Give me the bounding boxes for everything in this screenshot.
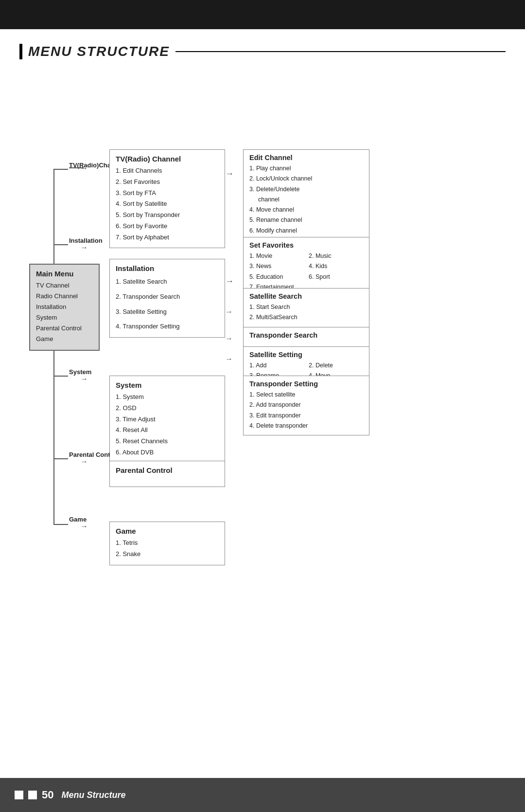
transponder-setting-box: Transponder Setting 1. Select satellite … (243, 376, 369, 435)
install-item-3: 3. Satellite Setting (116, 307, 219, 318)
set-favorites-title: Set Favorites (249, 241, 363, 249)
tv-channel-subbox: TV(Radio) Channel 1. Edit Channels 2. Se… (109, 149, 225, 248)
fav-news: 3. News (249, 261, 304, 271)
ec-item-2: 2. Lock/Unlock channel (249, 174, 363, 184)
game-title: Game (116, 527, 219, 535)
ss-item-2: 2. MultiSatSearch (249, 312, 363, 323)
ec-item-3: 3. Delete/Undelete (249, 184, 363, 195)
sys-item-2: 2. OSD (116, 403, 219, 414)
fav-sport: 6. Sport (309, 272, 363, 282)
page-content: MENU STRUCTURE TV(Radio)Channel → Main M… (0, 29, 525, 697)
ec-item-1: 1. Play channel (249, 163, 363, 174)
transponder-search-title: Transponder Search (249, 331, 363, 339)
main-menu-title: Main Menu (36, 270, 93, 278)
install-item-4: 4. Transponder Setting (116, 321, 219, 332)
main-menu-item-parental: Parental Control (36, 323, 93, 334)
arrow-sat-setting: → (225, 334, 233, 343)
satellite-setting-title: Satellite Setting (249, 351, 363, 359)
arrowhead-game: → (80, 522, 88, 531)
page-label: Menu Structure (61, 790, 125, 800)
bottom-bar: 50 Menu Structure (0, 778, 525, 812)
system-subbox: System 1. System 2. OSD 3. Time Adjust 4… (109, 376, 225, 464)
fav-kids: 4. Kids (309, 261, 363, 271)
main-menu-item-system: System (36, 312, 93, 323)
tv-item-4: 4. Sort by Satellite (116, 198, 219, 210)
arrow-trans-setting: → (225, 355, 233, 363)
ec-item-3b: channel (249, 195, 363, 205)
fav-col1: 1. Movie 3. News 5. Education 7. Enterta… (249, 251, 304, 292)
main-menu-item-game: Game (36, 334, 93, 344)
main-menu-item-tv: TV Channel (36, 280, 93, 291)
sys-item-3: 3. Time Adjust (116, 414, 219, 425)
installation-subbox: Installation 1. Satellite Search 2. Tran… (109, 259, 225, 338)
satellite-search-title: Satellite Search (249, 292, 363, 300)
system-title: System (116, 381, 219, 389)
hline-install (53, 244, 68, 245)
arrowhead-install: → (80, 243, 88, 252)
install-item-1: 1. Satellite Search (116, 276, 219, 288)
main-menu-item-radio: Radio Channel (36, 291, 93, 302)
ec-item-5: 5. Rename channel (249, 215, 363, 225)
ts-item-3: 3. Edit transponder (249, 411, 363, 421)
sat-add: 1. Add (249, 361, 304, 371)
hline-game (53, 524, 68, 525)
sys-item-1: 1. System (116, 392, 219, 403)
fav-education: 5. Education (249, 272, 304, 282)
page-number: 50 (15, 789, 53, 801)
tv-item-5: 5. Sort by Transponder (116, 210, 219, 221)
top-bar (0, 0, 525, 29)
hline-tv (53, 169, 68, 170)
sys-item-4: 4. Reset All (116, 425, 219, 436)
main-menu-box: Main Menu TV Channel Radio Channel Insta… (29, 264, 100, 351)
main-menu-item-install: Installation (36, 302, 93, 312)
page-icon (28, 791, 37, 799)
transponder-setting-title: Transponder Setting (249, 380, 363, 388)
page-title: MENU STRUCTURE (19, 44, 506, 59)
parental-title: Parental Control (116, 466, 219, 474)
ts-item-1: 1. Select satellite (249, 390, 363, 400)
hline-parental (53, 458, 68, 459)
title-text: MENU STRUCTURE (28, 44, 170, 59)
ec-item-6: 6. Modify channel (249, 226, 363, 236)
ec-item-4: 4. Move channel (249, 205, 363, 215)
arrow-sat-search: → (225, 276, 234, 287)
arrow-trans-search: → (225, 307, 233, 316)
ts-item-4: 4. Delete transponder (249, 421, 363, 431)
sys-item-6: 6. About DVB (116, 447, 219, 458)
installation-title: Installation (116, 264, 219, 272)
tv-item-3: 3. Sort by FTA (116, 188, 219, 199)
game-item-2: 2. Snake (116, 549, 219, 560)
sat-delete: 2. Delete (309, 361, 363, 371)
game-item-1: 1. Tetris (116, 538, 219, 549)
arrow-edit-channel: → (225, 169, 234, 179)
game-subbox: Game 1. Tetris 2. Snake (109, 522, 225, 565)
edit-channel-title: Edit Channel (249, 154, 363, 162)
tv-item-7: 7. Sort by Alphabet (116, 232, 219, 243)
install-item-2: 2. Transponder Search (116, 291, 219, 303)
ts-item-2: 2. Add transponder (249, 400, 363, 410)
tv-item-2: 2. Set Favorites (116, 177, 219, 188)
satellite-search-box: Satellite Search 1. Start Search 2. Mult… (243, 288, 369, 327)
tv-item-6: 6. Sort by Favorite (116, 221, 219, 232)
ss-item-1: 1. Start Search (249, 302, 363, 312)
arrowhead-system: → (80, 375, 88, 383)
sys-item-5: 5. Reset Channels (116, 436, 219, 447)
diagram-container: TV(Radio)Channel → Main Menu TV Channel … (29, 74, 496, 682)
arrowhead-parental: → (80, 457, 88, 466)
arrowhead-tv: → (80, 164, 88, 173)
fav-col2: 2. Music 4. Kids 6. Sport (309, 251, 363, 292)
parental-subbox: Parental Control (109, 461, 225, 487)
hline-system (53, 376, 68, 377)
fav-movie: 1. Movie (249, 251, 304, 261)
favorites-grid: 1. Movie 3. News 5. Education 7. Enterta… (249, 251, 363, 292)
fav-music: 2. Music (309, 251, 363, 261)
tv-item-1: 1. Edit Channels (116, 165, 219, 177)
transponder-search-box: Transponder Search (243, 327, 369, 347)
tv-channel-title: TV(Radio) Channel (116, 155, 219, 163)
edit-channel-box: Edit Channel 1. Play channel 2. Lock/Unl… (243, 149, 369, 240)
